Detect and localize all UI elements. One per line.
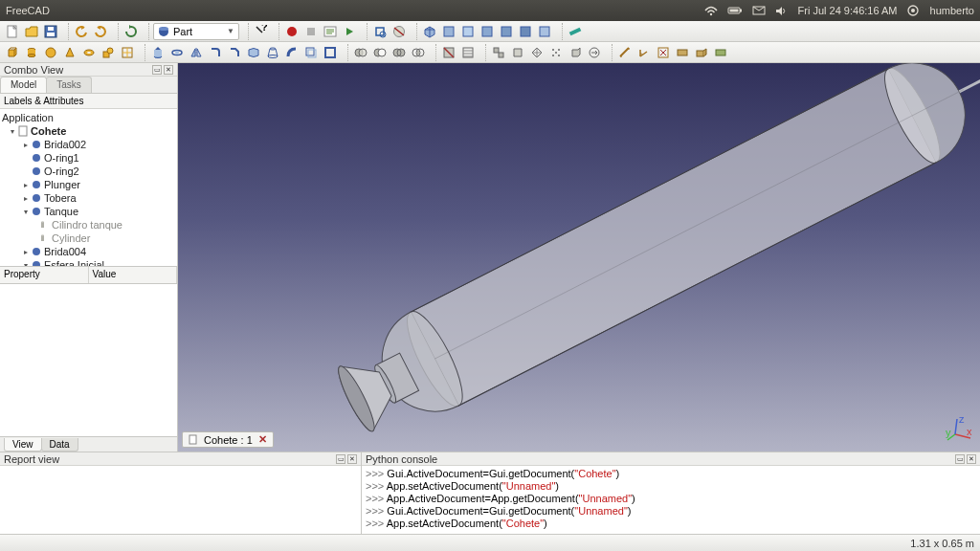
close-doc-icon[interactable]: ✕	[258, 433, 267, 446]
tree-item[interactable]: O-ring1	[44, 152, 79, 164]
volume-icon[interactable]	[775, 6, 787, 16]
panel-close-icon[interactable]: ✕	[164, 65, 173, 75]
view-front-icon[interactable]	[440, 23, 457, 40]
open-icon[interactable]	[23, 23, 40, 40]
view-bottom-icon[interactable]	[517, 23, 534, 40]
macro-record-icon[interactable]	[283, 23, 301, 40]
intersect-icon[interactable]	[410, 44, 427, 61]
battery-icon[interactable]	[727, 6, 743, 15]
new-doc-icon[interactable]	[4, 23, 21, 40]
redo-icon[interactable]	[92, 23, 109, 40]
measure-toggle3d-icon[interactable]	[693, 44, 710, 61]
measure-linear-icon[interactable]	[616, 44, 634, 61]
tree-item[interactable]: Cilindro tanque	[52, 219, 122, 231]
tree-item[interactable]: Cylinder	[52, 232, 90, 244]
user-menu[interactable]: humberto	[930, 5, 974, 16]
measure-toggle-icon[interactable]	[674, 44, 691, 61]
tree-item[interactable]: Tobera	[44, 192, 77, 204]
svg-rect-10	[48, 27, 54, 31]
ruled-surface-icon[interactable]	[245, 44, 262, 61]
part-builder-icon[interactable]	[119, 44, 136, 61]
part-cone-icon[interactable]	[61, 44, 78, 61]
svg-point-70	[33, 141, 40, 148]
macro-list-icon[interactable]	[322, 23, 339, 40]
view-top-icon[interactable]	[459, 23, 477, 40]
tree-item[interactable]: Esfera Inicial	[44, 259, 104, 267]
view-iso-icon[interactable]	[421, 23, 438, 40]
workbench-selector[interactable]: Part ▼	[153, 23, 239, 40]
whatsthis-icon[interactable]: ?	[253, 23, 270, 40]
tab-tasks[interactable]: Tasks	[46, 77, 92, 93]
section-icon[interactable]	[440, 44, 457, 61]
model-tree[interactable]: Application ▾Cohete ▸Brida002 O-ring1 O-…	[0, 109, 177, 267]
cross-sections-icon[interactable]	[459, 44, 477, 61]
view-left-icon[interactable]	[536, 23, 553, 40]
tree-item[interactable]: Tanque	[44, 206, 78, 217]
svg-text:y: y	[946, 427, 951, 438]
thickness-icon[interactable]	[322, 44, 339, 61]
part-torus-icon[interactable]	[80, 44, 98, 61]
property-body[interactable]	[0, 284, 177, 437]
panel-close-icon[interactable]: ✕	[347, 454, 357, 464]
shape-from-mesh-icon[interactable]	[528, 44, 546, 61]
reverse-shape-icon[interactable]	[586, 44, 603, 61]
make-compound-icon[interactable]	[490, 44, 507, 61]
chamfer-icon[interactable]	[226, 44, 243, 61]
part-sphere-icon[interactable]	[42, 44, 59, 61]
wifi-icon[interactable]	[704, 6, 718, 16]
part-primitives-icon[interactable]	[100, 44, 117, 61]
tree-item[interactable]: O-ring2	[44, 165, 79, 177]
python-console-body[interactable]: >>> Gui.ActiveDocument=Gui.getDocument("…	[362, 466, 980, 534]
boolean-icon[interactable]	[352, 44, 369, 61]
panel-float-icon[interactable]: ▭	[955, 454, 965, 464]
view-rear-icon[interactable]	[498, 23, 515, 40]
svg-point-6	[911, 9, 915, 12]
measure-clear-icon[interactable]	[655, 44, 672, 61]
panel-close-icon[interactable]: ✕	[967, 454, 976, 464]
measure-icon[interactable]	[567, 23, 584, 40]
tree-root[interactable]: Cohete	[31, 125, 66, 137]
panel-float-icon[interactable]: ▭	[152, 65, 162, 75]
revolve-icon[interactable]	[168, 44, 186, 61]
svg-point-71	[33, 154, 40, 162]
points-from-mesh-icon[interactable]	[547, 44, 565, 61]
extrude-icon[interactable]	[149, 44, 167, 61]
part-cylinder-icon[interactable]	[23, 44, 40, 61]
combo-view-title: Combo View ▭✕	[0, 63, 177, 77]
save-icon[interactable]	[42, 23, 59, 40]
macro-play-icon[interactable]	[341, 23, 358, 40]
tab-model[interactable]: Model	[0, 77, 47, 93]
undo-icon[interactable]	[73, 23, 90, 40]
sweep-icon[interactable]	[283, 44, 301, 61]
measure-delta-icon[interactable]	[712, 44, 729, 61]
document-tab[interactable]: Cohete : 1 ✕	[182, 431, 274, 448]
btab-data[interactable]: Data	[41, 438, 78, 452]
mail-icon[interactable]	[752, 6, 766, 15]
fit-all-icon[interactable]	[371, 23, 389, 40]
union-icon[interactable]	[390, 44, 408, 61]
draw-style-icon[interactable]	[390, 23, 408, 40]
tree-item[interactable]: Brida004	[44, 246, 86, 257]
cut-icon[interactable]	[371, 44, 389, 61]
macro-stop-icon[interactable]	[302, 23, 320, 40]
refresh-icon[interactable]	[122, 23, 140, 40]
tree-item[interactable]: Brida002	[44, 139, 86, 150]
view-right-icon[interactable]	[479, 23, 496, 40]
svg-line-90	[959, 67, 980, 92]
report-body[interactable]	[0, 466, 361, 534]
tree-item[interactable]: Plunger	[44, 179, 80, 190]
make-face-icon[interactable]	[509, 44, 526, 61]
fillet-icon[interactable]	[207, 44, 224, 61]
session-icon[interactable]	[907, 5, 919, 16]
panel-float-icon[interactable]: ▭	[336, 454, 345, 464]
btab-view[interactable]: View	[4, 438, 42, 452]
convert-to-solid-icon[interactable]	[567, 44, 584, 61]
svg-point-62	[558, 55, 560, 56]
measure-angular-icon[interactable]	[635, 44, 653, 61]
offset-icon[interactable]	[302, 44, 320, 61]
3d-viewport[interactable]: xyz Cohete : 1 ✕	[178, 63, 980, 452]
mirror-icon[interactable]	[188, 44, 205, 61]
loft-icon[interactable]	[264, 44, 281, 61]
clock[interactable]: Fri Jul 24 9:46:16 AM	[798, 5, 898, 16]
part-box-icon[interactable]	[4, 44, 21, 61]
